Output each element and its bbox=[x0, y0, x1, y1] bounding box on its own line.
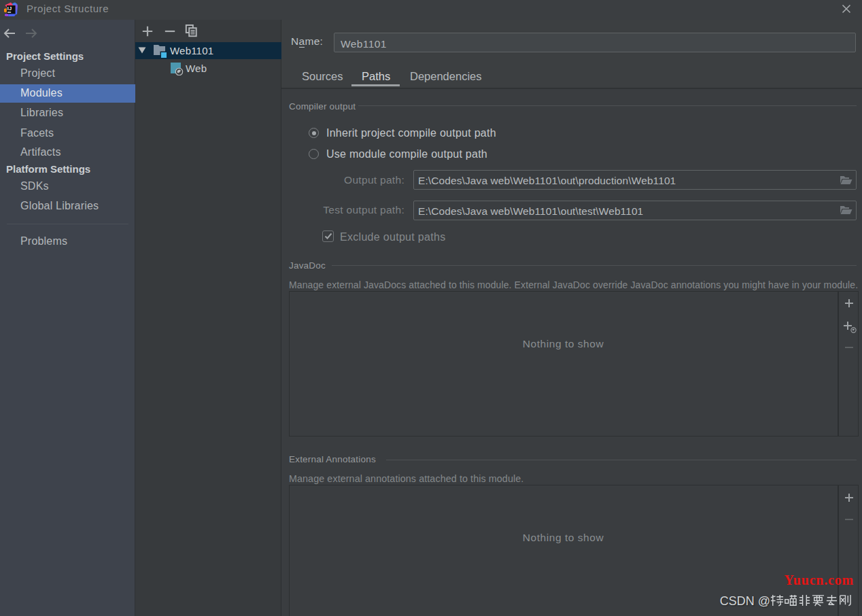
svg-text:IJ: IJ bbox=[7, 6, 12, 11]
